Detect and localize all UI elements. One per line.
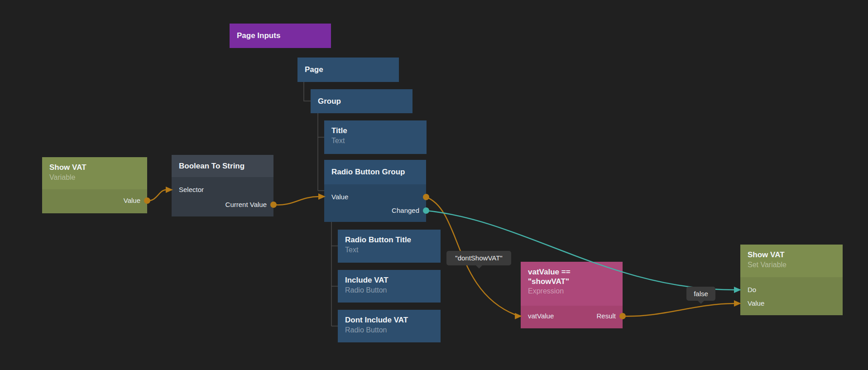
node-group[interactable]: Group <box>311 89 412 113</box>
node-page-inputs[interactable]: Page Inputs <box>230 24 331 48</box>
node-title: Boolean To String <box>179 161 245 171</box>
node-set-variable[interactable]: Show VAT Set Variable Do Value <box>740 245 843 315</box>
tooltip-pointer-icon <box>475 265 483 269</box>
node-subtitle: Text <box>345 245 433 255</box>
node-title: Show VAT <box>748 250 835 260</box>
wire-result-to-value[interactable] <box>623 303 734 316</box>
port-do-input[interactable]: Do <box>748 285 756 295</box>
node-title: Show VAT <box>49 163 140 173</box>
node-title: Page Inputs <box>237 31 280 41</box>
node-dont-include-vat[interactable]: Dont Include VAT Radio Button <box>338 310 441 342</box>
tooltip-pointer-icon <box>697 300 705 304</box>
connection-value-label-dontshowvat: "dontShowVAT" <box>446 251 511 265</box>
port-value-output[interactable]: Value <box>124 196 140 206</box>
node-include-vat[interactable]: Include VAT Radio Button <box>338 270 441 303</box>
node-title: Group <box>318 96 341 106</box>
connection-value-text: "dontShowVAT" <box>455 254 502 262</box>
port-result-output[interactable]: Result <box>596 311 616 321</box>
port-current-value-output[interactable]: Current Value <box>225 200 267 210</box>
node-show-vat-variable[interactable]: Show VAT Variable Value <box>42 157 147 213</box>
node-title: Dont Include VAT <box>345 315 433 325</box>
node-subtitle: Set Variable <box>748 260 835 269</box>
port-value-input[interactable]: Value <box>748 298 764 308</box>
node-radio-button-title[interactable]: Radio Button Title Text <box>338 230 441 263</box>
node-title-text[interactable]: Title Text <box>324 120 427 154</box>
node-title-line1: vatValue == <box>528 267 615 277</box>
node-title: Page <box>305 65 323 75</box>
node-subtitle: Radio Button <box>345 285 433 295</box>
node-graph-canvas[interactable]: Page Inputs Page Group Title Text Radio … <box>0 0 868 370</box>
wire-currentvalue-to-value[interactable] <box>273 197 319 205</box>
node-page[interactable]: Page <box>297 58 399 82</box>
wire-value-to-selector[interactable] <box>147 190 166 201</box>
node-title: Radio Button Group <box>331 167 405 177</box>
connection-value-text: false <box>694 290 708 298</box>
node-title: Title <box>331 126 419 136</box>
node-expression[interactable]: vatValue == "showVAT" Expression vatValu… <box>521 262 623 328</box>
port-changed-output[interactable]: Changed <box>392 206 419 216</box>
node-title: Radio Button Title <box>345 235 433 245</box>
node-title-line2: "showVAT" <box>528 277 615 286</box>
connection-value-label-false: false <box>686 287 715 301</box>
port-value-input[interactable]: Value <box>331 192 348 202</box>
node-subtitle: Variable <box>49 173 140 182</box>
node-boolean-to-string[interactable]: Boolean To String Selector Current Value <box>172 155 273 216</box>
port-vatvalue-input[interactable]: vatValue <box>528 311 554 321</box>
node-radio-button-group[interactable]: Radio Button Group Value Changed <box>324 160 426 222</box>
node-subtitle: Expression <box>528 286 615 296</box>
node-subtitle: Radio Button <box>345 325 433 335</box>
node-subtitle: Text <box>331 136 419 145</box>
node-title: Include VAT <box>345 275 433 285</box>
port-selector-input[interactable]: Selector <box>179 185 204 195</box>
